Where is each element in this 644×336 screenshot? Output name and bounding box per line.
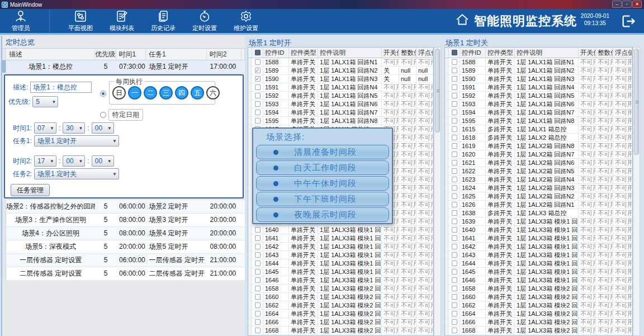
row-checkbox[interactable]: [252, 117, 263, 125]
row-checkbox[interactable]: [449, 217, 460, 225]
table-row[interactable]: 1592单路开关1层 1ALX1箱 回路N5不可用不可用不可用: [248, 92, 433, 100]
weekday-toggle[interactable]: 六: [206, 86, 220, 100]
row-checkbox[interactable]: [449, 326, 460, 334]
logout-button[interactable]: [621, 13, 636, 31]
row-checkbox[interactable]: [252, 108, 263, 116]
table-row[interactable]: 1664单路开关1层 1ALX3箱 模块2 回路N12不可用不可用不可用: [445, 310, 632, 318]
table-row[interactable]: 1666单路开关1层 1ALX3箱 模块2 回路N13不可用不可用不可用: [445, 318, 632, 326]
close-button[interactable]: ✕: [632, 1, 642, 8]
column-header[interactable]: 整数值: [399, 48, 416, 58]
overview-row[interactable]: 一层传感器 定时设置506:00:00一层传感器 定时开21:00:00一层: [2, 254, 245, 267]
toolbar-item-maintenance[interactable]: 维护设置: [225, 9, 267, 34]
select-all-checkbox[interactable]: [252, 48, 263, 58]
table-row[interactable]: 1615多路开关1层 1ALX1 箱总控不可用不可用不可用: [445, 125, 632, 134]
priority-select[interactable]: 5▼: [32, 96, 58, 107]
row-checkbox[interactable]: [252, 58, 263, 66]
table-row[interactable]: 1595单路开关1层 1ALX1箱 回路N8不可用不可用不可用: [248, 117, 433, 125]
column-header[interactable]: 控件ID: [263, 48, 289, 58]
row-checkbox[interactable]: [449, 259, 460, 267]
table-row[interactable]: 1622单路开关1层 1ALX2箱 回路N5不可用不可用不可用: [445, 167, 632, 176]
maximize-button[interactable]: ▫: [622, 1, 632, 8]
column-header[interactable]: 时间1: [116, 49, 146, 60]
overview-selected-row[interactable]: 场景1：楼总控507:30:00场景1 定时开17:00:00场景: [2, 60, 245, 73]
row-checkbox[interactable]: [252, 318, 263, 326]
table-row[interactable]: 1644单路开关1层 1ALX3箱 模块1 回路N3不可用不可用不可用: [248, 259, 433, 268]
row-checkbox[interactable]: [252, 301, 263, 309]
row-checkbox[interactable]: [449, 134, 460, 141]
table-row[interactable]: 1620单路开关1层 1ALX2箱 回路N7不可用不可用不可用: [445, 150, 632, 159]
weekday-toggle[interactable]: 一: [128, 86, 141, 100]
table-row[interactable]: 1642单路开关1层 1ALX3箱 模块1 回路N5不可用不可用不可用: [445, 243, 632, 251]
row-checkbox[interactable]: [449, 100, 460, 108]
time1-hour-select[interactable]: 07▼: [34, 122, 56, 134]
specific-date-radio[interactable]: [100, 112, 106, 118]
row-checkbox[interactable]: [449, 201, 460, 209]
row-checkbox[interactable]: [449, 293, 460, 301]
table-row[interactable]: 1638多路开关1层 1ALX3 箱总控不可用不可用不可用: [445, 209, 632, 217]
minimize-button[interactable]: –: [612, 1, 622, 8]
table-row[interactable]: 1641单路开关1层 1ALX3箱 模块1 回路N6不可用不可用不可用: [445, 234, 632, 243]
table-row[interactable]: 1641单路开关1层 1ALX3箱 模块1 回路N6不可用不可用不可用: [248, 234, 433, 243]
overview-row[interactable]: 场景5：深夜模式520:00:00场景5 定时开08:00:00场景: [2, 240, 245, 254]
table-row[interactable]: 1619单路开关1层 1ALX2箱 回路N8不可用不可用不可用: [445, 142, 632, 150]
overview-row[interactable]: 场景4：办公区照明508:00:00场景4 定时开20:00:00场景: [2, 227, 245, 240]
time1-second-select[interactable]: 00▼: [92, 122, 114, 134]
column-header[interactable]: 浮点值: [416, 48, 433, 58]
table-row[interactable]: 1625单路开关1层 1ALX2箱 回路N2不可用不可用不可用: [445, 192, 632, 201]
row-checkbox[interactable]: [449, 159, 460, 167]
task2-select[interactable]: 场景1 定时关▼: [34, 168, 119, 179]
weekday-toggle[interactable]: 二: [144, 86, 157, 100]
toolbar-item-timer-settings[interactable]: 定时设置: [184, 9, 225, 34]
column-header[interactable]: 开关值: [579, 48, 596, 58]
scrollbar-thumb[interactable]: [435, 49, 440, 132]
table-row[interactable]: 1595单路开关1层 1ALX1箱 回路N8不可用不可用不可用: [445, 117, 632, 125]
row-checkbox[interactable]: [449, 83, 460, 91]
row-checkbox[interactable]: [449, 142, 460, 150]
table-row[interactable]: 1626单路开关1层 1ALX2箱 回路N1不可用不可用不可用: [445, 201, 632, 209]
column-header[interactable]: 控件类型: [486, 48, 515, 58]
row-checkbox[interactable]: [449, 167, 460, 175]
row-checkbox[interactable]: [449, 150, 460, 158]
row-checkbox[interactable]: [449, 108, 460, 116]
row-checkbox[interactable]: [252, 268, 263, 276]
column-header[interactable]: 时间2: [207, 49, 242, 60]
scene-time-button[interactable]: 清晨准备时间段: [256, 145, 389, 159]
row-checkbox[interactable]: [449, 176, 460, 183]
row-checkbox[interactable]: [449, 184, 460, 192]
column-header[interactable]: 任务2: [242, 49, 245, 60]
weekly-radio[interactable]: [100, 91, 106, 97]
table-row[interactable]: 1594单路开关1层 1ALX1箱 回路N7不可用不可用不可用: [445, 108, 632, 117]
table-row[interactable]: 1618多路开关1层 1ALX2 箱总控不可用不可用不可用: [445, 134, 632, 142]
row-checkbox[interactable]: [252, 234, 263, 242]
weekday-toggle[interactable]: 日: [112, 86, 126, 100]
table-row[interactable]: 1646单路开关1层 1ALX3箱 模块1 回路N1不可用不可用不可用: [248, 276, 433, 285]
table-row[interactable]: 1662单路开关1层 1ALX3箱 模块2 回路N11不可用不可用不可用: [445, 301, 632, 310]
table-row[interactable]: 1593单路开关1层 1ALX1箱 回路N6不可用不可用不可用: [445, 100, 632, 108]
table-row[interactable]: 1660单路开关1层 1ALX3箱 模块2 回路N10不可用不可用不可用: [248, 293, 433, 301]
row-checkbox[interactable]: [252, 310, 263, 318]
table-row[interactable]: 1588单路开关1层 1ALX1箱 回路N1不可用不可用不可用: [248, 58, 433, 67]
row-checkbox[interactable]: [449, 67, 460, 74]
table-row[interactable]: 1588单路开关1层 1ALX1箱 回路N1不可用不可用不可用: [445, 58, 632, 67]
row-checkbox[interactable]: [252, 92, 263, 100]
table-row[interactable]: 1643单路开关1层 1ALX3箱 模块1 回路N4不可用不可用不可用: [248, 251, 433, 259]
overview-row[interactable]: 二层传感器 定时设置506:00:00二层传感器 定时开21:00:00二层: [2, 267, 245, 281]
overview-row[interactable]: 场景3：生产操作区照明508:00:00场景3 定时开20:00:00场景: [2, 214, 245, 227]
table-row[interactable]: 1624单路开关1层 1ALX2箱 回路N3不可用不可用不可用: [445, 184, 632, 192]
row-checkbox[interactable]: [449, 58, 460, 66]
desc-input[interactable]: [30, 82, 92, 93]
table-row[interactable]: 1593单路开关1层 1ALX1箱 回路N6不可用不可用不可用: [248, 100, 433, 108]
toolbar-item-history[interactable]: 历史记录: [143, 9, 184, 34]
table-row[interactable]: 1639单路开关1层 1ALX3箱 模块1 回路N8不可用不可用不可用: [445, 217, 632, 226]
scene-time-button[interactable]: 夜晚展示时间段: [256, 207, 389, 222]
timer-on-scrollbar[interactable]: [434, 47, 441, 336]
table-row[interactable]: 1590单路开关1层 1ALX1箱 回路N3不可用不可用不可用: [445, 75, 632, 83]
column-header[interactable]: 开关值: [382, 48, 399, 58]
column-header[interactable]: 浮点值: [613, 48, 632, 58]
timer-off-scrollbar[interactable]: [633, 47, 640, 336]
column-header[interactable]: 控件ID: [460, 48, 486, 58]
row-checkbox[interactable]: [449, 226, 460, 234]
table-row[interactable]: 1646单路开关1层 1ALX3箱 模块1 回路N1不可用不可用不可用: [445, 276, 632, 285]
column-header[interactable]: 任务1: [146, 49, 207, 60]
row-checkbox[interactable]: [449, 285, 460, 292]
